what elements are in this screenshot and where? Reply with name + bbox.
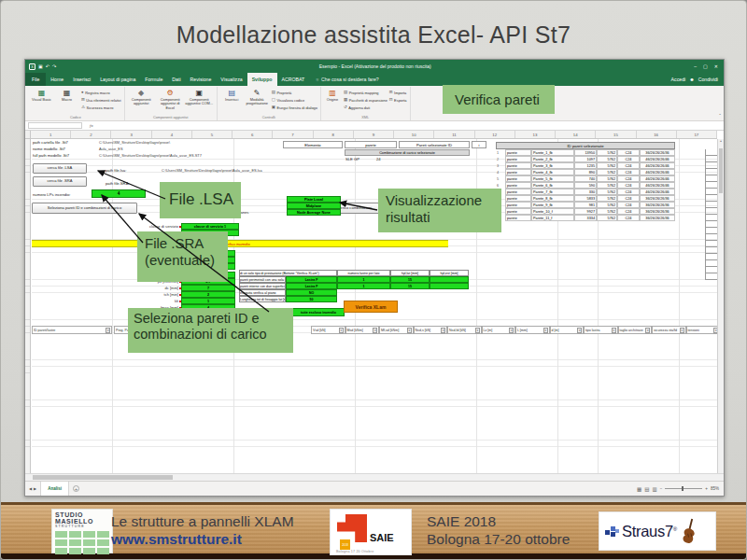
ribbon-button[interactable]: ▥Origine [323, 88, 342, 113]
param-value-cell[interactable]: 1 [181, 298, 235, 303]
browse-lsa-button[interactable]: cerca file .LSA [33, 163, 87, 174]
column-header[interactable]: 12 [475, 131, 515, 138]
filter-header-cell[interactable]: sicurezza sta/fd [652, 326, 686, 334]
ribbon-button[interactable]: ⚙Componenti aggiuntivi di Excel [156, 88, 185, 113]
ribbon-button[interactable]: ✎Modalità progettazione [245, 88, 270, 113]
filter-header-cell[interactable]: Lz [m] [482, 326, 516, 334]
zoom-level[interactable]: 85% [711, 486, 719, 491]
website-link[interactable]: www.smstrutture.it [111, 530, 294, 548]
minimize-icon[interactable]: – [694, 63, 697, 69]
table-row[interactable]: 8pareteParete_8_fb58335762C2436/26/26/26… [496, 195, 675, 202]
ribbon-tab[interactable]: Sviluppo [247, 73, 277, 86]
ribbon-button[interactable]: ▣Esegui finestra di dialogo [272, 105, 317, 111]
filter-header-cell[interactable]: Nsd,fd [kN] [447, 326, 482, 334]
filter-header-cell[interactable]: L [mm] [515, 326, 550, 334]
horizontal-scrollbar[interactable] [25, 473, 724, 481]
setting-value-cell[interactable]: Plate Local [287, 196, 341, 202]
verify-xlam-button[interactable]: Verifica XLam [344, 301, 398, 313]
column-header[interactable]: 13 [515, 131, 556, 138]
value-cell[interactable]: Lastra F [286, 276, 337, 283]
value-cell[interactable]: 15 [390, 283, 430, 289]
scrollbar-thumb[interactable] [33, 475, 173, 480]
table-row[interactable]: 3pareteParete_3_fb12355762C2446/26/26/26… [496, 162, 675, 169]
column-header[interactable]: 6 [233, 131, 273, 138]
zoom-slider-thumb[interactable] [682, 486, 684, 491]
column-header[interactable]: 8 [314, 131, 354, 138]
value-cell[interactable] [430, 276, 469, 283]
table-row[interactable]: 7pareteParete_7_fb3305762C2446/26/26/26/… [496, 189, 675, 195]
maximize-icon[interactable]: ▢ [703, 63, 708, 69]
input-cell[interactable]: 4 [92, 189, 146, 198]
save-icon[interactable]: ▣ [38, 63, 43, 69]
zoom-out-icon[interactable]: − [660, 486, 663, 491]
column-header[interactable]: 5 [192, 131, 233, 138]
param-value-cell[interactable]: classe di servizio 1 [181, 223, 239, 229]
scrollbar-thumb[interactable] [719, 148, 723, 193]
ribbon-tab[interactable]: File [25, 73, 46, 86]
table-row[interactable]: 6pareteParete_6_fb5905762C2446/26/26/26/… [496, 182, 675, 189]
ribbon-button[interactable]: ⊞Usa riferimenti relativi [81, 97, 121, 104]
column-header[interactable]: 14 [556, 131, 596, 138]
column-header[interactable]: 3 [111, 131, 151, 138]
value-cell[interactable]: 15 [390, 276, 430, 283]
ribbon-button[interactable]: ▤Proprietà [272, 90, 317, 96]
sheet-grid[interactable]: path cartella file .St7 C:\Users\SM_Stru… [32, 139, 717, 473]
collapse-ribbon-icon[interactable]: ˆ [719, 113, 721, 119]
ribbon-tab[interactable]: Home [46, 73, 68, 86]
sheet-prev-icon[interactable]: ◀ [29, 486, 32, 491]
table-row[interactable]: 2pareteParete_2_fb10975762C2446/26/26/26… [496, 156, 675, 162]
value-cell[interactable]: Lastra F [286, 283, 337, 289]
table-row[interactable]: 11pareteParete_11_f33345762C2436/26/26/2… [496, 215, 675, 221]
zoom-in-icon[interactable]: + [705, 486, 708, 491]
setting-value-cell[interactable]: Midplane [287, 203, 341, 208]
tell-me-box[interactable]: ☼ Che cosa si desidera fare? [315, 73, 378, 86]
share-button[interactable]: Condividi [698, 77, 718, 82]
view-normal-icon[interactable]: ▦ [637, 486, 641, 492]
value-cell[interactable]: 50 [286, 296, 337, 302]
value-cell[interactable]: NO [286, 289, 337, 296]
table-row[interactable]: 10pareteParete_10_f99275762C2436/26/26/2… [496, 208, 675, 215]
ribbon-tab[interactable]: ACROBAT [277, 73, 310, 86]
ribbon-button[interactable]: ▦Macro [54, 88, 79, 113]
ribbon-button[interactable]: ▣Componenti aggiuntivi COM... [185, 88, 214, 113]
row-headers[interactable] [25, 139, 31, 473]
param-value-cell[interactable]: 2 [181, 291, 235, 297]
ribbon-tab[interactable]: Revisione [186, 73, 217, 86]
sheet-tab[interactable]: Analisi [40, 482, 69, 496]
ribbon-tab[interactable]: Inserisci [68, 73, 95, 86]
column-header[interactable]: 10 [394, 131, 434, 138]
ribbon-tab[interactable]: Visualizza [216, 73, 247, 86]
browse-sra-button[interactable]: cerca file .SRA [33, 176, 87, 187]
ribbon-tab[interactable]: Formule [140, 73, 167, 86]
table-row[interactable]: 4pareteParete_4_fb8905762C2446/26/26/26/… [496, 169, 675, 175]
ribbon-tab[interactable]: Dati [167, 73, 185, 86]
setting-value-cell[interactable]: Node Average None [287, 209, 341, 215]
scroll-up-icon[interactable]: ▲ [720, 139, 723, 143]
ribbon-button[interactable]: ⊞Importa [389, 90, 407, 96]
column-header[interactable]: 16 [637, 131, 677, 138]
sheet-next-icon[interactable]: ▶ [34, 486, 36, 491]
column-header[interactable]: 17 [677, 131, 717, 138]
table-row[interactable]: 5pareteParete_5_fb7405762C2446/26/26/26/… [496, 175, 675, 182]
value-cell[interactable] [430, 283, 469, 289]
value-cell[interactable]: 1 [337, 276, 390, 283]
ribbon-button[interactable]: ▤Proprietà mapping [344, 90, 388, 96]
column-header[interactable]: 9 [354, 131, 394, 138]
ribbon-button[interactable]: ⊟Esporta [389, 97, 407, 104]
column-header[interactable]: 2 [71, 131, 111, 138]
column-header[interactable]: 4 [152, 131, 192, 138]
add-sheet-icon[interactable]: + [73, 485, 79, 492]
view-layout-icon[interactable]: ▤ [644, 486, 649, 492]
ribbon-button[interactable]: ↺Aggiorna dati [344, 105, 388, 111]
select-walls-button[interactable]: Seleziona pareti ID e combinazioni di ca… [32, 203, 137, 214]
name-box[interactable] [28, 122, 82, 129]
sign-in-button[interactable]: Accedi [671, 77, 686, 82]
filter-header-cell[interactable]: d [m] [550, 326, 585, 334]
filter-header-cell[interactable]: Mf,sd [kNm] [379, 326, 414, 334]
value-cell[interactable]: 1 [337, 283, 390, 289]
column-header[interactable]: 1 [31, 131, 71, 138]
table-row[interactable]: 1pareteParete_1_fb139505762C2436/26/26/2… [496, 149, 675, 156]
ribbon-tab[interactable]: Layout di pagina [95, 73, 140, 86]
param-value-cell[interactable]: 7 [181, 285, 235, 290]
filter-header-cell[interactable]: tensioni [686, 326, 721, 334]
